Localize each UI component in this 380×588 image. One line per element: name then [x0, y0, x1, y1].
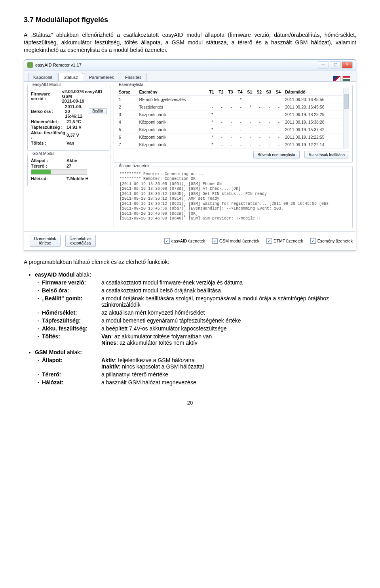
- dash: -: [35, 295, 42, 308]
- table-cell: -: [236, 111, 245, 118]
- table-cell: -: [264, 103, 274, 111]
- close-button[interactable]: ✕: [342, 61, 353, 69]
- clear-messages-button[interactable]: Üzenetablak törlése: [30, 235, 61, 247]
- table-row[interactable]: 3Központi pánik*-------2011.09.19. 18:23…: [117, 111, 343, 118]
- maximize-button[interactable]: ▢: [330, 61, 341, 69]
- eventlist-title: Eseménylista: [117, 82, 145, 87]
- temp-label: Hőmérséklet :: [31, 119, 66, 124]
- table-cell: -: [245, 126, 255, 133]
- more-events-button[interactable]: Bővebb eseménylista: [253, 151, 300, 158]
- table-cell: -: [245, 118, 255, 126]
- event-table: Sorsz Esemény T1 T2 T3 T4 S1 S2 S3 S4: [117, 88, 343, 149]
- dash: -: [35, 287, 42, 294]
- chk-easyaid[interactable]: ✓easyAID üzenetek: [164, 238, 205, 244]
- paragraph-intro: A „Státusz" ablakban ellenőrizhető a csa…: [24, 31, 356, 54]
- clock-value: 2011-09-20 16:46:12: [65, 104, 86, 118]
- signal-label: Térerő :: [31, 164, 66, 168]
- dash: -: [35, 333, 42, 346]
- table-cell: 7: [117, 141, 137, 148]
- table-row[interactable]: 5Központi pánik*-------2011.09.19. 15:37…: [117, 126, 343, 133]
- definition-blocks: easyAID Modul ablak:-Firmware verzió:a c…: [24, 271, 356, 386]
- scroll-thumb[interactable]: [344, 94, 349, 109]
- flag-uk-icon[interactable]: [333, 76, 341, 81]
- features-intro: A programablakban látható elemek és az e…: [24, 258, 356, 266]
- minimize-button[interactable]: —: [318, 61, 329, 69]
- table-cell: -: [236, 133, 245, 141]
- footer-row: Üzenetablak törlése Üzenetablak exportál…: [24, 231, 356, 250]
- tab-statusz[interactable]: Státusz: [58, 73, 83, 81]
- table-cell: *: [207, 118, 217, 126]
- table-cell: -: [264, 133, 274, 141]
- table-cell: -: [245, 141, 255, 148]
- page-number: 20: [24, 400, 356, 406]
- tab-parameterek[interactable]: Paraméterek: [84, 73, 119, 81]
- tab-frissites[interactable]: Frissítés: [120, 73, 147, 81]
- table-row[interactable]: 6Központi pánik*-------2011.09.19. 12:22…: [117, 133, 343, 141]
- definition-term: „Beállít" gomb:: [42, 295, 101, 308]
- definition-row: -Térerő:a pillanatnyi térerő mértéke: [35, 371, 356, 378]
- table-cell: *: [207, 126, 217, 133]
- signal-value: 27: [66, 164, 71, 168]
- table-row[interactable]: 4Központi pánik*-------2011.09.19. 15:38…: [117, 118, 343, 126]
- definition-row: -Belső óra:a csatlakoztatott modul belső…: [35, 287, 356, 294]
- table-cell: -: [217, 111, 226, 118]
- chk-gsm-label: GSM modul üzenetek: [219, 239, 259, 243]
- dash: -: [35, 279, 42, 286]
- gsm-state-label: Állapot :: [31, 158, 66, 163]
- stop-alarms-button[interactable]: Riasztások leállítása: [304, 151, 349, 158]
- th-s1: S1: [245, 88, 255, 96]
- table-cell: 6: [117, 133, 137, 141]
- tabstrip: Kapcsolat Státusz Paraméterek Frissítés: [24, 71, 356, 81]
- eventlist-scrollbar[interactable]: [343, 88, 349, 149]
- temp-value: 21,5 °C: [66, 119, 81, 124]
- flag-hu-icon[interactable]: [342, 76, 350, 81]
- supply-value: 14,91 V: [66, 125, 82, 130]
- definition-term: Firmware verzió:: [42, 279, 101, 286]
- tab-kapcsolat[interactable]: Kapcsolat: [28, 73, 57, 81]
- table-cell: -: [255, 111, 264, 118]
- table-cell: 2011.09.20. 16:45:56: [283, 103, 343, 111]
- table-cell: 5: [117, 126, 137, 133]
- definition-row: -Állapot:Aktív: feljelentkezve a GSM hál…: [35, 357, 356, 370]
- table-cell: -: [226, 133, 236, 141]
- th-t1: T1: [207, 88, 217, 96]
- status-messages-group: Állapot üzenetek ********* Remoter: Conn…: [114, 166, 353, 228]
- table-cell: *: [236, 95, 245, 103]
- table-cell: *: [245, 103, 255, 111]
- table-cell: 2011.09.20. 16:45:56: [283, 95, 343, 103]
- chk-gsm[interactable]: ✓GSM modul üzenetek: [212, 238, 259, 244]
- table-cell: -: [274, 103, 283, 111]
- table-row[interactable]: 1RF adó felügyeletvesztés---*----2011.09…: [117, 95, 343, 103]
- definition-row: -Hőmérséklet:az aktuálisan mért környeze…: [35, 309, 356, 316]
- table-cell: 2011.09.19. 15:37:42: [283, 126, 343, 133]
- table-cell: -: [217, 133, 226, 141]
- definition-desc: a beépített 7,4V-os akkumulátor kapocsfe…: [101, 325, 356, 332]
- table-cell: -: [226, 111, 236, 118]
- table-row[interactable]: 7Központi pánik*-------2011.09.19. 12:22…: [117, 141, 343, 148]
- status-messages-text: ********* Remoter: Connecting on ... ***…: [117, 170, 349, 224]
- table-cell: -: [217, 103, 226, 111]
- charge-label: Töltés :: [31, 141, 66, 145]
- definition-term: Állapot:: [42, 357, 101, 370]
- chk-esemeny[interactable]: ✓Esemény üzenetek: [310, 238, 353, 244]
- set-clock-button[interactable]: Beállít: [89, 108, 107, 114]
- table-cell: *: [207, 133, 217, 141]
- definition-desc: a modul bemeneti egyenáramú tápfeszültsé…: [101, 317, 356, 324]
- table-cell: -: [217, 126, 226, 133]
- network-value: T-Mobile H: [66, 176, 89, 181]
- supply-label: Tápfeszültség :: [31, 125, 66, 130]
- table-cell: -: [217, 95, 226, 103]
- network-label: Hálózat:: [31, 176, 66, 181]
- export-messages-button[interactable]: Üzenetablak exportálása: [65, 235, 96, 247]
- definition-term: Belső óra:: [42, 287, 101, 294]
- chk-dtmf[interactable]: ✓DTMF üzenetek: [266, 238, 303, 244]
- titlebar: easyAID Remoter v1.17 — ▢ ✕: [24, 60, 356, 71]
- table-row[interactable]: 2Tesztjelentés----*---2011.09.20. 16:45:…: [117, 103, 343, 111]
- clock-label: Belső óra :: [31, 109, 65, 114]
- definition-row: -„Beállít" gomb:a modul órájának beállít…: [35, 295, 356, 308]
- definition-desc: az aktuálisan mért környezeti hőmérsékle…: [101, 309, 356, 316]
- status-messages-title: Állapot üzenetek: [117, 163, 151, 168]
- table-cell: Központi pánik: [137, 111, 207, 118]
- table-cell: 3: [117, 111, 137, 118]
- definition-desc: Aktív: feljelentkezve a GSM hálózatraIna…: [101, 357, 356, 370]
